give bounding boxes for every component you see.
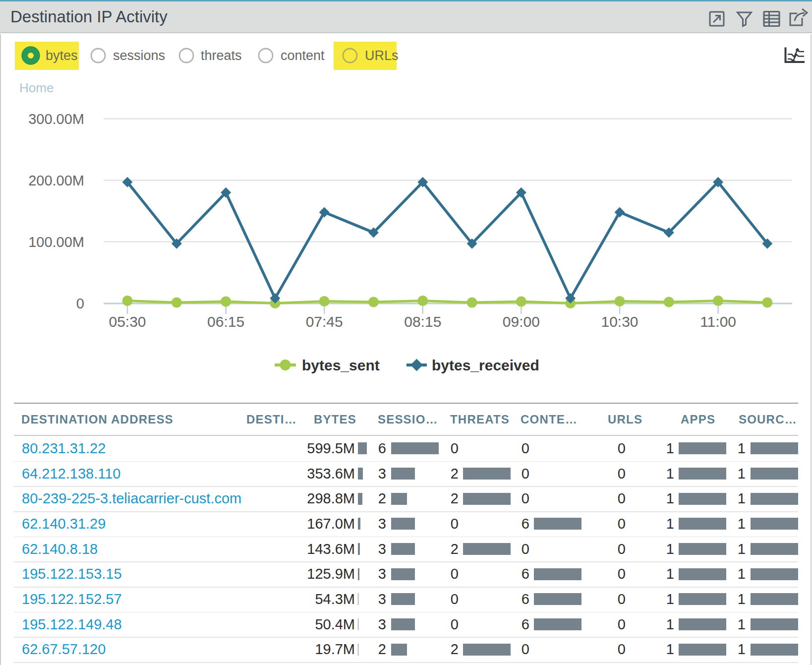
svg-text:07:45: 07:45 bbox=[306, 313, 343, 330]
svg-text:bytes_sent: bytes_sent bbox=[302, 357, 380, 373]
svg-text:0: 0 bbox=[76, 296, 84, 311]
svg-text:11:00: 11:00 bbox=[700, 313, 736, 330]
svg-text:200.00M: 200.00M bbox=[28, 173, 84, 188]
svg-text:05:30: 05:30 bbox=[109, 313, 146, 330]
svg-text:bytes_received: bytes_received bbox=[432, 357, 539, 373]
svg-text:10:30: 10:30 bbox=[601, 313, 638, 330]
svg-text:09:00: 09:00 bbox=[503, 313, 540, 330]
svg-text:08:15: 08:15 bbox=[404, 313, 441, 330]
svg-text:300.00M: 300.00M bbox=[28, 111, 84, 127]
svg-text:06:15: 06:15 bbox=[207, 313, 244, 330]
svg-text:100.00M: 100.00M bbox=[28, 234, 84, 250]
